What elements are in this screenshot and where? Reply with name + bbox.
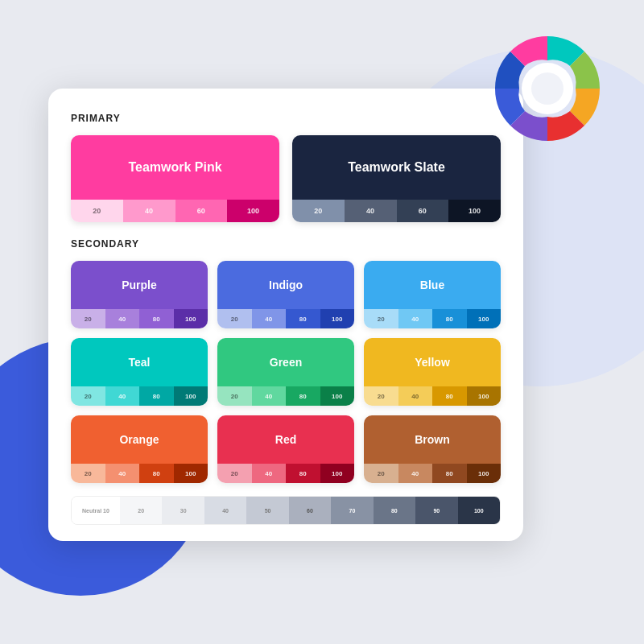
sec-blue-main: Blue	[364, 261, 501, 309]
orange-sw-40: 40	[105, 464, 140, 483]
logo-container	[483, 24, 612, 153]
svg-point-1	[531, 72, 564, 105]
secondary-section-label: SECONDARY	[71, 238, 501, 250]
neutral-sw-70: 70	[331, 497, 373, 524]
sec-red-label: Red	[275, 433, 296, 446]
sec-purple-label: Purple	[122, 279, 157, 291]
neutral-sw-20: 20	[120, 497, 162, 524]
primary-slate-label: Teamwork Slate	[348, 160, 445, 175]
sec-brown-label: Brown	[415, 433, 450, 446]
orange-sw-80: 80	[139, 464, 174, 483]
neutral-sw-30: 30	[162, 497, 204, 524]
red-sw-20: 20	[217, 464, 252, 483]
sec-brown-swatches: 20 40 80 100	[364, 464, 501, 483]
slate-swatch-20: 20	[292, 200, 345, 222]
sec-blue-card: Blue 20 40 80 100	[364, 261, 501, 328]
primary-pink-label: Teamwork Pink	[128, 160, 221, 175]
indigo-sw-20: 20	[217, 309, 252, 328]
red-sw-80: 80	[286, 464, 320, 483]
sec-orange-swatches: 20 40 80 100	[71, 464, 208, 483]
primary-pink-main: Teamwork Pink	[71, 135, 279, 200]
purple-sw-80: 80	[139, 309, 174, 328]
brown-sw-100: 100	[467, 464, 502, 483]
neutral-sw-90: 90	[415, 497, 457, 524]
pink-swatch-40: 40	[123, 200, 175, 222]
sec-orange-main: Orange	[71, 415, 208, 464]
green-sw-100: 100	[320, 386, 355, 406]
sec-teal-main: Teal	[71, 338, 208, 386]
purple-sw-40: 40	[105, 309, 140, 328]
teal-sw-100: 100	[174, 386, 208, 406]
neutral-sw-50: 50	[246, 497, 288, 524]
primary-pink-swatches: 20 40 60 100	[71, 200, 279, 222]
slate-swatch-60: 60	[397, 200, 449, 222]
blue-sw-20: 20	[364, 309, 398, 328]
sec-yellow-swatches: 20 40 80 100	[364, 386, 501, 406]
teamwork-logo	[483, 24, 612, 153]
indigo-sw-100: 100	[320, 309, 355, 328]
orange-sw-100: 100	[174, 464, 208, 483]
teal-sw-20: 20	[71, 386, 105, 406]
brown-sw-20: 20	[364, 464, 398, 483]
teal-sw-40: 40	[105, 386, 140, 406]
pink-swatch-100: 100	[227, 200, 279, 222]
pink-swatch-20: 20	[71, 200, 123, 222]
sec-orange-card: Orange 20 40 80 100	[71, 415, 208, 483]
sec-brown-main: Brown	[364, 415, 501, 464]
sec-teal-label: Teal	[129, 356, 151, 369]
green-sw-80: 80	[286, 386, 320, 406]
yellow-sw-20: 20	[364, 386, 398, 406]
sec-indigo-card: Indigo 20 40 80 100	[217, 261, 354, 328]
primary-slate-card: Teamwork Slate 20 40 60 100	[292, 135, 501, 222]
sec-purple-main: Purple	[71, 261, 208, 309]
sec-teal-card: Teal 20 40 80 100	[71, 338, 208, 406]
sec-yellow-main: Yellow	[364, 338, 501, 386]
brown-sw-80: 80	[432, 464, 467, 483]
slate-swatch-100: 100	[448, 200, 501, 222]
sec-green-swatches: 20 40 80 100	[217, 386, 354, 406]
sec-green-card: Green 20 40 80 100	[217, 338, 354, 406]
sec-yellow-card: Yellow 20 40 80 100	[364, 338, 501, 406]
neutral-sw-80: 80	[374, 497, 415, 524]
sec-orange-label: Orange	[119, 433, 159, 446]
neutral-sw-10: Neutral 10	[72, 497, 120, 524]
sec-brown-card: Brown 20 40 80 100	[364, 415, 501, 483]
sec-teal-swatches: 20 40 80 100	[71, 386, 208, 406]
green-sw-40: 40	[252, 386, 287, 406]
primary-slate-main: Teamwork Slate	[292, 135, 501, 200]
red-sw-100: 100	[320, 464, 355, 483]
primary-row: Teamwork Pink 20 40 60 100 Teamwork Slat…	[71, 135, 501, 222]
slate-swatch-40: 40	[345, 200, 397, 222]
pink-swatch-60: 60	[175, 200, 228, 222]
neutral-bar: Neutral 10 20 30 40 50 60 70 80 90 100	[71, 496, 501, 525]
indigo-sw-40: 40	[252, 309, 287, 328]
orange-sw-20: 20	[71, 464, 105, 483]
green-sw-20: 20	[217, 386, 252, 406]
sec-red-swatches: 20 40 80 100	[217, 464, 354, 483]
sec-purple-card: Purple 20 40 80 100	[71, 261, 208, 328]
sec-green-label: Green	[270, 356, 302, 369]
sec-indigo-label: Indigo	[269, 279, 303, 291]
secondary-grid: Purple 20 40 80 100 Indigo 20 40 80 100	[71, 261, 501, 483]
indigo-sw-80: 80	[286, 309, 320, 328]
red-sw-40: 40	[252, 464, 287, 483]
sec-indigo-swatches: 20 40 80 100	[217, 309, 354, 328]
sec-red-main: Red	[217, 415, 354, 464]
sec-indigo-main: Indigo	[217, 261, 354, 309]
blue-sw-100: 100	[467, 309, 502, 328]
primary-section-label: PRIMARY	[71, 113, 501, 124]
purple-sw-20: 20	[71, 309, 105, 328]
sec-green-main: Green	[217, 338, 354, 386]
sec-purple-swatches: 20 40 80 100	[71, 309, 208, 328]
sec-yellow-label: Yellow	[415, 356, 450, 369]
sec-blue-label: Blue	[420, 279, 444, 291]
sec-red-card: Red 20 40 80 100	[217, 415, 354, 483]
color-palette-card: PRIMARY Teamwork Pink 20 40 60 100 Teamw…	[48, 89, 523, 541]
primary-pink-card: Teamwork Pink 20 40 60 100	[71, 135, 279, 222]
neutral-sw-100: 100	[458, 497, 500, 524]
blue-sw-40: 40	[398, 309, 433, 328]
yellow-sw-100: 100	[467, 386, 502, 406]
purple-sw-100: 100	[174, 309, 208, 328]
teal-sw-80: 80	[139, 386, 174, 406]
blue-sw-80: 80	[432, 309, 467, 328]
